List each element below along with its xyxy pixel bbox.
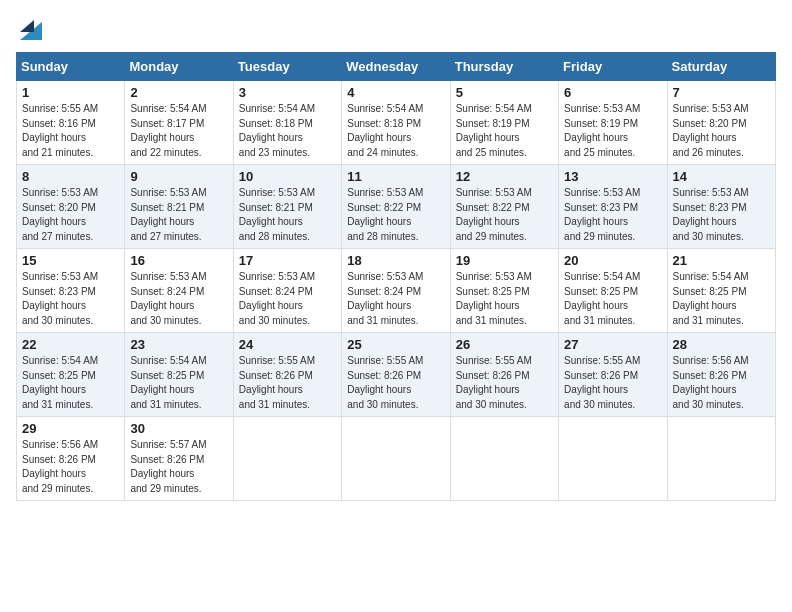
- day-number: 3: [239, 85, 336, 100]
- day-number: 24: [239, 337, 336, 352]
- day-header-tuesday: Tuesday: [233, 53, 341, 81]
- day-number: 28: [673, 337, 770, 352]
- svg-marker-1: [20, 20, 34, 32]
- day-number: 18: [347, 253, 444, 268]
- calendar-week-4: 22Sunrise: 5:54 AMSunset: 8:25 PMDayligh…: [17, 333, 776, 417]
- calendar-cell: 18Sunrise: 5:53 AMSunset: 8:24 PMDayligh…: [342, 249, 450, 333]
- day-number: 23: [130, 337, 227, 352]
- day-info: Sunrise: 5:54 AMSunset: 8:17 PMDaylight …: [130, 103, 206, 158]
- day-number: 6: [564, 85, 661, 100]
- calendar-cell: 10Sunrise: 5:53 AMSunset: 8:21 PMDayligh…: [233, 165, 341, 249]
- day-info: Sunrise: 5:56 AMSunset: 8:26 PMDaylight …: [673, 355, 749, 410]
- day-info: Sunrise: 5:54 AMSunset: 8:25 PMDaylight …: [564, 271, 640, 326]
- day-number: 25: [347, 337, 444, 352]
- day-header-saturday: Saturday: [667, 53, 775, 81]
- calendar-cell: [342, 417, 450, 501]
- day-info: Sunrise: 5:54 AMSunset: 8:18 PMDaylight …: [347, 103, 423, 158]
- calendar-cell: 17Sunrise: 5:53 AMSunset: 8:24 PMDayligh…: [233, 249, 341, 333]
- day-info: Sunrise: 5:56 AMSunset: 8:26 PMDaylight …: [22, 439, 98, 494]
- day-number: 30: [130, 421, 227, 436]
- calendar-cell: 24Sunrise: 5:55 AMSunset: 8:26 PMDayligh…: [233, 333, 341, 417]
- day-number: 16: [130, 253, 227, 268]
- calendar-cell: 21Sunrise: 5:54 AMSunset: 8:25 PMDayligh…: [667, 249, 775, 333]
- day-info: Sunrise: 5:53 AMSunset: 8:19 PMDaylight …: [564, 103, 640, 158]
- calendar-cell: 6Sunrise: 5:53 AMSunset: 8:19 PMDaylight…: [559, 81, 667, 165]
- calendar-week-2: 8Sunrise: 5:53 AMSunset: 8:20 PMDaylight…: [17, 165, 776, 249]
- day-number: 14: [673, 169, 770, 184]
- day-info: Sunrise: 5:53 AMSunset: 8:20 PMDaylight …: [22, 187, 98, 242]
- calendar-week-3: 15Sunrise: 5:53 AMSunset: 8:23 PMDayligh…: [17, 249, 776, 333]
- calendar-cell: [233, 417, 341, 501]
- day-info: Sunrise: 5:55 AMSunset: 8:26 PMDaylight …: [239, 355, 315, 410]
- day-info: Sunrise: 5:53 AMSunset: 8:25 PMDaylight …: [456, 271, 532, 326]
- calendar-cell: [450, 417, 558, 501]
- calendar-cell: 1Sunrise: 5:55 AMSunset: 8:16 PMDaylight…: [17, 81, 125, 165]
- page-header: [16, 16, 776, 42]
- day-number: 1: [22, 85, 119, 100]
- calendar-cell: 28Sunrise: 5:56 AMSunset: 8:26 PMDayligh…: [667, 333, 775, 417]
- calendar-cell: 16Sunrise: 5:53 AMSunset: 8:24 PMDayligh…: [125, 249, 233, 333]
- calendar-cell: 3Sunrise: 5:54 AMSunset: 8:18 PMDaylight…: [233, 81, 341, 165]
- calendar-cell: [667, 417, 775, 501]
- day-number: 20: [564, 253, 661, 268]
- calendar-cell: 22Sunrise: 5:54 AMSunset: 8:25 PMDayligh…: [17, 333, 125, 417]
- day-info: Sunrise: 5:53 AMSunset: 8:23 PMDaylight …: [673, 187, 749, 242]
- calendar-cell: 13Sunrise: 5:53 AMSunset: 8:23 PMDayligh…: [559, 165, 667, 249]
- day-number: 7: [673, 85, 770, 100]
- calendar-header-row: SundayMondayTuesdayWednesdayThursdayFrid…: [17, 53, 776, 81]
- calendar-cell: 4Sunrise: 5:54 AMSunset: 8:18 PMDaylight…: [342, 81, 450, 165]
- day-info: Sunrise: 5:54 AMSunset: 8:19 PMDaylight …: [456, 103, 532, 158]
- calendar-cell: 19Sunrise: 5:53 AMSunset: 8:25 PMDayligh…: [450, 249, 558, 333]
- calendar-table: SundayMondayTuesdayWednesdayThursdayFrid…: [16, 52, 776, 501]
- day-number: 5: [456, 85, 553, 100]
- day-info: Sunrise: 5:53 AMSunset: 8:24 PMDaylight …: [130, 271, 206, 326]
- day-number: 12: [456, 169, 553, 184]
- day-info: Sunrise: 5:53 AMSunset: 8:24 PMDaylight …: [347, 271, 423, 326]
- day-info: Sunrise: 5:55 AMSunset: 8:26 PMDaylight …: [456, 355, 532, 410]
- day-info: Sunrise: 5:53 AMSunset: 8:22 PMDaylight …: [456, 187, 532, 242]
- calendar-cell: 26Sunrise: 5:55 AMSunset: 8:26 PMDayligh…: [450, 333, 558, 417]
- calendar-cell: 30Sunrise: 5:57 AMSunset: 8:26 PMDayligh…: [125, 417, 233, 501]
- day-header-friday: Friday: [559, 53, 667, 81]
- day-info: Sunrise: 5:53 AMSunset: 8:21 PMDaylight …: [239, 187, 315, 242]
- calendar-week-5: 29Sunrise: 5:56 AMSunset: 8:26 PMDayligh…: [17, 417, 776, 501]
- day-number: 27: [564, 337, 661, 352]
- day-header-sunday: Sunday: [17, 53, 125, 81]
- day-info: Sunrise: 5:53 AMSunset: 8:21 PMDaylight …: [130, 187, 206, 242]
- day-number: 21: [673, 253, 770, 268]
- day-info: Sunrise: 5:53 AMSunset: 8:22 PMDaylight …: [347, 187, 423, 242]
- day-header-thursday: Thursday: [450, 53, 558, 81]
- day-info: Sunrise: 5:54 AMSunset: 8:25 PMDaylight …: [130, 355, 206, 410]
- calendar-cell: 25Sunrise: 5:55 AMSunset: 8:26 PMDayligh…: [342, 333, 450, 417]
- day-info: Sunrise: 5:57 AMSunset: 8:26 PMDaylight …: [130, 439, 206, 494]
- calendar-cell: 8Sunrise: 5:53 AMSunset: 8:20 PMDaylight…: [17, 165, 125, 249]
- calendar-cell: 14Sunrise: 5:53 AMSunset: 8:23 PMDayligh…: [667, 165, 775, 249]
- day-number: 15: [22, 253, 119, 268]
- calendar-cell: [559, 417, 667, 501]
- day-header-monday: Monday: [125, 53, 233, 81]
- calendar-cell: 23Sunrise: 5:54 AMSunset: 8:25 PMDayligh…: [125, 333, 233, 417]
- day-info: Sunrise: 5:53 AMSunset: 8:23 PMDaylight …: [564, 187, 640, 242]
- calendar-cell: 27Sunrise: 5:55 AMSunset: 8:26 PMDayligh…: [559, 333, 667, 417]
- day-number: 11: [347, 169, 444, 184]
- day-number: 29: [22, 421, 119, 436]
- day-number: 19: [456, 253, 553, 268]
- logo-icon: [20, 12, 42, 42]
- day-number: 9: [130, 169, 227, 184]
- calendar-cell: 15Sunrise: 5:53 AMSunset: 8:23 PMDayligh…: [17, 249, 125, 333]
- day-number: 17: [239, 253, 336, 268]
- day-number: 26: [456, 337, 553, 352]
- calendar-cell: 11Sunrise: 5:53 AMSunset: 8:22 PMDayligh…: [342, 165, 450, 249]
- day-number: 2: [130, 85, 227, 100]
- calendar-cell: 12Sunrise: 5:53 AMSunset: 8:22 PMDayligh…: [450, 165, 558, 249]
- day-number: 4: [347, 85, 444, 100]
- day-info: Sunrise: 5:53 AMSunset: 8:23 PMDaylight …: [22, 271, 98, 326]
- calendar-cell: 5Sunrise: 5:54 AMSunset: 8:19 PMDaylight…: [450, 81, 558, 165]
- day-info: Sunrise: 5:53 AMSunset: 8:20 PMDaylight …: [673, 103, 749, 158]
- day-number: 22: [22, 337, 119, 352]
- day-info: Sunrise: 5:55 AMSunset: 8:16 PMDaylight …: [22, 103, 98, 158]
- day-info: Sunrise: 5:54 AMSunset: 8:25 PMDaylight …: [673, 271, 749, 326]
- calendar-cell: 20Sunrise: 5:54 AMSunset: 8:25 PMDayligh…: [559, 249, 667, 333]
- day-info: Sunrise: 5:54 AMSunset: 8:18 PMDaylight …: [239, 103, 315, 158]
- calendar-cell: 7Sunrise: 5:53 AMSunset: 8:20 PMDaylight…: [667, 81, 775, 165]
